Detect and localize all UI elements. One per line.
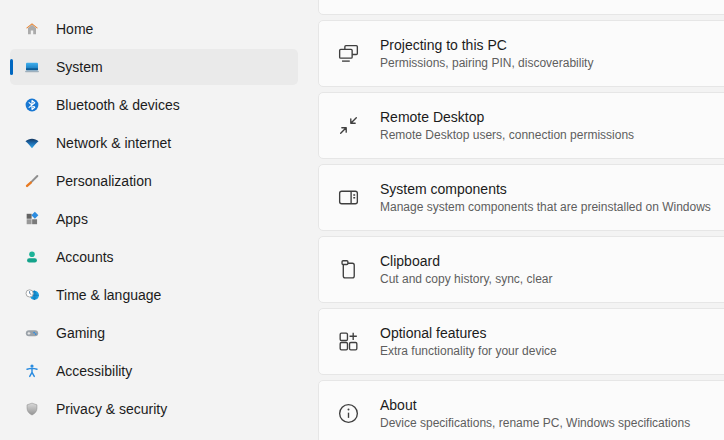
sidebar-item-label: Time & language xyxy=(56,287,161,303)
settings-card-optional-features[interactable]: Optional features Extra functionality fo… xyxy=(318,308,724,375)
apps-icon xyxy=(24,211,40,227)
sidebar-item-label: Personalization xyxy=(56,173,152,189)
sidebar-item-label: System xyxy=(56,59,103,75)
card-title: Optional features xyxy=(380,324,557,343)
clipboard-icon xyxy=(336,257,361,282)
accessibility-icon xyxy=(24,363,40,379)
sidebar-item-personalization[interactable]: Personalization xyxy=(10,163,298,199)
sidebar-item-label: Accounts xyxy=(56,249,114,265)
sidebar-item-network-internet[interactable]: Network & internet xyxy=(10,125,298,161)
card-title: About xyxy=(380,396,690,415)
settings-card-partial[interactable] xyxy=(318,0,724,15)
remote-desktop-icon xyxy=(336,113,361,138)
card-subtitle: Manage system components that are preins… xyxy=(380,199,711,216)
optional-features-icon xyxy=(336,329,361,354)
network-icon xyxy=(24,135,40,151)
home-icon xyxy=(24,21,40,37)
settings-card-projecting-to-this-pc[interactable]: Projecting to this PC Permissions, pairi… xyxy=(318,20,724,87)
sidebar-item-home[interactable]: Home xyxy=(10,11,298,47)
settings-card-about[interactable]: About Device specifications, rename PC, … xyxy=(318,380,724,440)
accounts-icon xyxy=(24,249,40,265)
sidebar-item-label: Bluetooth & devices xyxy=(56,97,180,113)
sidebar-item-label: Home xyxy=(56,21,93,37)
sidebar-item-accounts[interactable]: Accounts xyxy=(10,239,298,275)
card-subtitle: Extra functionality for your device xyxy=(380,343,557,360)
about-icon xyxy=(336,401,361,426)
card-text: Clipboard Cut and copy history, sync, cl… xyxy=(380,252,553,288)
sidebar-item-gaming[interactable]: Gaming xyxy=(10,315,298,351)
selected-indicator xyxy=(10,59,13,75)
sidebar-item-privacy-security[interactable]: Privacy & security xyxy=(10,391,298,427)
settings-card-remote-desktop[interactable]: Remote Desktop Remote Desktop users, con… xyxy=(318,92,724,159)
card-title: Remote Desktop xyxy=(380,108,634,127)
sidebar-item-label: Accessibility xyxy=(56,363,132,379)
sidebar-item-label: Network & internet xyxy=(56,135,171,151)
card-text: Remote Desktop Remote Desktop users, con… xyxy=(380,108,634,144)
sidebar-item-label: Apps xyxy=(56,211,88,227)
sidebar-item-bluetooth-devices[interactable]: Bluetooth & devices xyxy=(10,87,298,123)
settings-card-list: Projecting to this PC Permissions, pairi… xyxy=(318,0,724,440)
card-text: Projecting to this PC Permissions, pairi… xyxy=(380,36,593,72)
card-title: Clipboard xyxy=(380,252,553,271)
card-subtitle: Cut and copy history, sync, clear xyxy=(380,271,553,288)
settings-card-system-components[interactable]: System components Manage system componen… xyxy=(318,164,724,231)
bluetooth-icon xyxy=(24,97,40,113)
card-text: About Device specifications, rename PC, … xyxy=(380,396,690,432)
sidebar-item-apps[interactable]: Apps xyxy=(10,201,298,237)
sidebar-item-time-language[interactable]: Time & language xyxy=(10,277,298,313)
projecting-icon xyxy=(336,41,361,66)
gaming-icon xyxy=(24,325,40,341)
card-title: Projecting to this PC xyxy=(380,36,593,55)
system-components-icon xyxy=(336,185,361,210)
sidebar-item-system[interactable]: System xyxy=(10,49,298,85)
card-title: System components xyxy=(380,180,711,199)
sidebar-item-label: Privacy & security xyxy=(56,401,167,417)
privacy-icon xyxy=(24,401,40,417)
system-icon xyxy=(24,59,40,75)
card-text: Optional features Extra functionality fo… xyxy=(380,324,557,360)
card-subtitle: Remote Desktop users, connection permiss… xyxy=(380,127,634,144)
time-language-icon xyxy=(24,287,40,303)
card-subtitle: Permissions, pairing PIN, discoverabilit… xyxy=(380,55,593,72)
sidebar-item-accessibility[interactable]: Accessibility xyxy=(10,353,298,389)
card-subtitle: Device specifications, rename PC, Window… xyxy=(380,415,690,432)
card-text: System components Manage system componen… xyxy=(380,180,711,216)
sidebar-nav: Home System Bluetooth & devices Network … xyxy=(0,0,308,440)
personalization-icon xyxy=(24,173,40,189)
settings-card-clipboard[interactable]: Clipboard Cut and copy history, sync, cl… xyxy=(318,236,724,303)
sidebar-item-label: Gaming xyxy=(56,325,105,341)
